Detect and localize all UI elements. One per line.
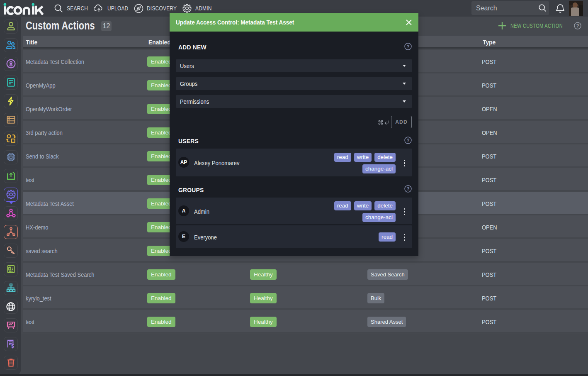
svg-text:?: ? [407,138,410,143]
svg-text:?: ? [407,44,410,49]
svg-text:?: ? [407,186,410,191]
svg-text:$: $ [11,343,14,349]
